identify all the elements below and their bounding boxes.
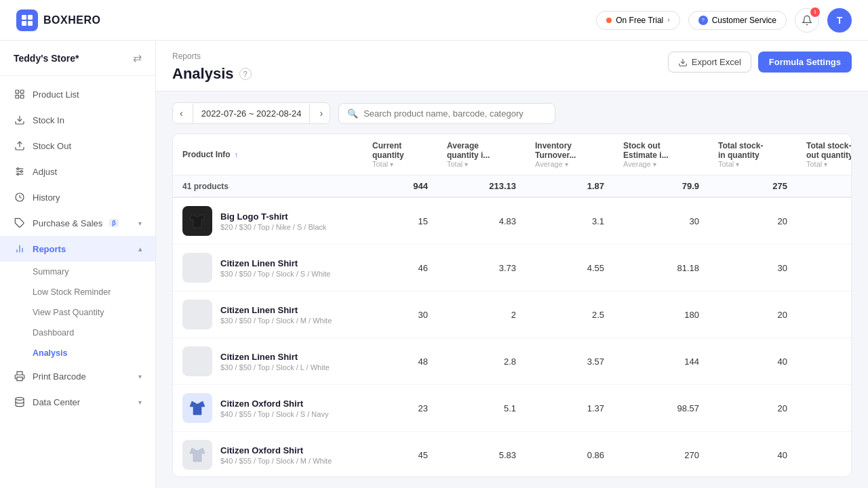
page-actions: Export Excel Formula Settings	[668, 52, 852, 81]
filter-icon[interactable]: ▾	[465, 161, 468, 168]
filter-icon[interactable]: ▾	[390, 161, 393, 168]
upload-icon	[14, 140, 26, 152]
sidebar-item-print-barcode[interactable]: Print Barcode ▾	[0, 363, 155, 389]
avg-qty-2: 2	[437, 291, 526, 338]
breadcrumb: Reports	[172, 52, 252, 61]
search-input[interactable]	[363, 108, 547, 119]
notification-badge: 1	[810, 7, 820, 17]
col-header-inventory-turnover: Inventory Turnover... Average▾	[526, 134, 614, 176]
stock-out-total-5: 5	[797, 432, 852, 478]
sidebar-item-label: Adjust	[33, 167, 57, 177]
sidebar-item-low-stock[interactable]: Low Stock Reminder	[33, 282, 155, 302]
inventory-turnover-4: 1.37	[526, 385, 614, 432]
inventory-turnover-1: 4.55	[526, 245, 614, 291]
tag-icon	[14, 217, 26, 229]
inventory-turnover-2: 2.5	[526, 291, 614, 338]
summary-avg-qty: 213.13	[437, 176, 526, 198]
formula-settings-button[interactable]: Formula Settings	[758, 52, 852, 73]
stock-in-total-0: 20	[709, 197, 797, 245]
col-header-current-qty: Current quantity Total▾	[363, 134, 437, 176]
table-row: Citizen Linen Shirt $30 / $50 / Top / Sl…	[173, 338, 852, 385]
svg-rect-2	[22, 21, 26, 26]
sidebar-item-stock-out[interactable]: Stock Out	[0, 133, 155, 159]
svg-rect-0	[22, 15, 26, 20]
avg-qty-3: 2.8	[437, 338, 526, 385]
search-box: 🔍	[338, 103, 555, 124]
sidebar-item-dashboard[interactable]: Dashboard	[33, 323, 155, 343]
filter-icon[interactable]: ▾	[824, 161, 827, 168]
avg-qty-0: 4.83	[437, 197, 526, 245]
stock-out-estimate-2: 180	[614, 291, 709, 338]
page-title-row: Analysis ?	[172, 65, 252, 83]
stock-out-total-2: 5	[797, 291, 852, 338]
filter-icon[interactable]: ▾	[653, 161, 656, 168]
notifications-button[interactable]: 1	[795, 8, 819, 33]
svg-rect-1	[28, 15, 33, 20]
trial-dot	[606, 18, 612, 23]
product-cell-4: Citizen Oxford Shirt $40 / $55 / Top / S…	[173, 385, 363, 432]
svg-rect-6	[16, 95, 19, 98]
svg-point-14	[20, 171, 22, 173]
date-range: 2022-07-26 ~ 2022-08-24	[193, 104, 311, 123]
table-row: Big Logo T-shirt $20 / $30 / Top / Nike …	[173, 197, 852, 245]
logo-icon	[16, 9, 38, 31]
sidebar: Teddy's Store* ⇄ Product List Stock In	[0, 41, 156, 488]
sidebar-item-view-past-quantity[interactable]: View Past Quantity	[33, 302, 155, 323]
help-icon[interactable]: ?	[239, 68, 252, 80]
analysis-table: Product Info ↑ Current quantity Total▾	[173, 134, 852, 477]
sidebar-item-purchase-sales[interactable]: Purchase & Sales β ▾	[0, 210, 155, 236]
trial-button[interactable]: On Free Trial ›	[596, 11, 679, 30]
filter-icon[interactable]: ▾	[736, 161, 739, 168]
bell-icon	[802, 15, 812, 26]
product-cell-1: Citizen Linen Shirt $30 / $50 / Top / Sl…	[173, 245, 363, 291]
next-date-button[interactable]: ›	[313, 103, 330, 123]
sidebar-item-summary[interactable]: Summary	[33, 262, 155, 282]
table-row: Citizen Linen Shirt $30 / $50 / Top / Sl…	[173, 291, 852, 338]
database-icon	[14, 396, 26, 408]
sidebar-item-history[interactable]: History	[0, 184, 155, 210]
customer-service-button[interactable]: ? Customer Service	[688, 11, 787, 30]
user-avatar[interactable]: T	[827, 8, 852, 33]
sort-asc-icon[interactable]: ↑	[235, 150, 239, 159]
sidebar-item-product-list[interactable]: Product List	[0, 81, 155, 107]
avg-qty-4: 5.1	[437, 385, 526, 432]
export-excel-button[interactable]: Export Excel	[668, 52, 751, 73]
sidebar-settings-icon[interactable]: ⇄	[133, 52, 142, 64]
current-qty-1: 46	[363, 245, 437, 291]
prev-date-button[interactable]: ‹	[173, 103, 190, 123]
stock-out-total-4: 7	[797, 385, 852, 432]
avg-qty-5: 5.83	[437, 432, 526, 478]
printer-icon	[14, 370, 26, 382]
filter-icon[interactable]: ▾	[565, 161, 568, 168]
product-cell-5: Citizen Oxford Shirt $40 / $55 / Top / S…	[173, 432, 363, 478]
store-name: Teddy's Store*	[14, 53, 79, 64]
clock-icon	[14, 191, 26, 203]
date-navigator: ‹ 2022-07-26 ~ 2022-08-24 ›	[172, 102, 330, 124]
sidebar-item-data-center[interactable]: Data Center ▾	[0, 389, 155, 415]
sidebar-item-analysis[interactable]: Analysis	[33, 343, 155, 363]
sidebar-item-reports[interactable]: Reports ▴	[0, 236, 155, 262]
current-qty-4: 23	[363, 385, 437, 432]
sidebar-item-label: Stock Out	[33, 141, 71, 151]
sidebar-nav: Product List Stock In Stock Out	[0, 76, 155, 420]
trial-label: On Free Trial	[616, 16, 663, 25]
sidebar-item-stock-in[interactable]: Stock In	[0, 107, 155, 133]
beta-badge: β	[109, 219, 119, 227]
chevron-up-icon: ▴	[138, 245, 142, 253]
product-cell-3: Citizen Linen Shirt $30 / $50 / Top / Sl…	[173, 338, 363, 385]
stock-in-total-2: 20	[709, 291, 797, 338]
sidebar-item-adjust[interactable]: Adjust	[0, 159, 155, 184]
col-header-stock-in-total: Total stock- in quantity Total▾	[709, 134, 797, 176]
product-cell-0: Big Logo T-shirt $20 / $30 / Top / Nike …	[173, 197, 363, 245]
summary-stock-out-estimate: 79.9	[614, 176, 709, 198]
sidebar-item-label: History	[33, 192, 60, 203]
navbar: BOXHERO On Free Trial › ? Customer Servi…	[0, 0, 868, 41]
stock-out-estimate-4: 98.57	[614, 385, 709, 432]
service-icon: ?	[698, 16, 708, 25]
stock-out-estimate-0: 30	[614, 197, 709, 245]
search-icon: 🔍	[347, 108, 358, 119]
chevron-down-icon: ▾	[138, 220, 142, 227]
current-qty-2: 30	[363, 291, 437, 338]
product-cell-2: Citizen Linen Shirt $30 / $50 / Top / Sl…	[173, 291, 363, 338]
sidebar-item-label: Print Barcode	[33, 371, 86, 382]
